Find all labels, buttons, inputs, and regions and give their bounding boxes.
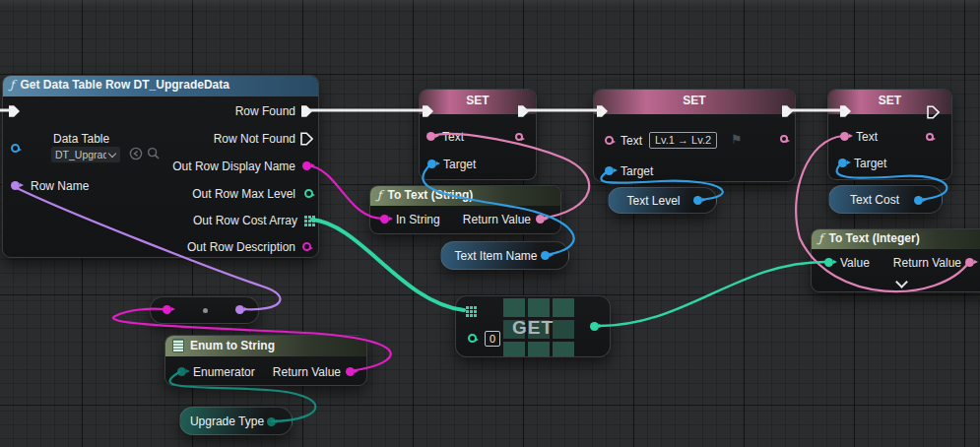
return-value-pin[interactable] <box>536 215 545 224</box>
node-var-text-cost[interactable]: Text Cost <box>828 185 943 214</box>
conversion-dot-icon <box>203 308 208 313</box>
node-header: Enum to String <box>165 336 366 356</box>
row-name-label: Row Name <box>31 179 89 193</box>
text-in-pin[interactable] <box>426 132 435 141</box>
target-pin[interactable] <box>838 159 847 167</box>
function-icon: ƒ <box>818 231 822 245</box>
text-label: Text <box>856 130 878 144</box>
text-in-pin[interactable] <box>840 132 849 141</box>
out-description-label: Out Row Description <box>187 240 295 254</box>
node-to-text-string[interactable]: ƒ To Text (String) In String Return Valu… <box>369 185 561 234</box>
function-icon: ƒ <box>377 188 381 202</box>
conversion-in-pin[interactable] <box>163 305 171 314</box>
expand-advanced-chevron-icon[interactable] <box>895 276 908 288</box>
return-value-label: Return Value <box>893 256 961 270</box>
node-get-data-table-row[interactable]: ƒ Get Data Table Row DT_UpgradeData Row … <box>2 75 319 258</box>
index-value-input[interactable]: 0 <box>485 331 500 347</box>
variable-label: Text Cost <box>835 193 914 207</box>
out-cost-array-pin[interactable] <box>304 216 315 226</box>
text-literal-input[interactable]: Lv.1 → Lv.2 <box>649 132 717 149</box>
node-header: ƒ To Text (String) <box>370 186 560 206</box>
out-display-name-pin[interactable] <box>302 161 311 170</box>
out-cost-array-label: Out Row Cost Array <box>193 214 297 227</box>
text-out-pin[interactable] <box>780 135 788 143</box>
get-title: GET <box>512 317 554 339</box>
node-header: ƒ Get Data Table Row DT_UpgradeData <box>3 76 318 96</box>
node-var-text-item-name[interactable]: Text Item Name <box>440 241 569 270</box>
node-set-text-level[interactable]: SET Text Lv.1 → Lv.2 ⚑ Target <box>593 89 796 182</box>
exec-in-pin[interactable] <box>596 104 609 118</box>
row-found-label: Row Found <box>235 104 295 118</box>
variable-out-pin[interactable] <box>267 417 276 426</box>
row-not-found-label: Row Not Found <box>214 132 295 146</box>
in-string-label: In String <box>396 213 440 226</box>
conversion-out-pin[interactable] <box>235 305 244 314</box>
chevron-down-icon <box>108 149 116 157</box>
row-found-exec-pin[interactable] <box>300 104 313 118</box>
text-label: Text <box>442 130 464 144</box>
localization-flag-icon[interactable]: ⚑ <box>731 133 743 147</box>
enum-asset-icon <box>172 339 184 352</box>
text-label: Text <box>621 134 642 148</box>
return-value-pin[interactable] <box>965 258 974 267</box>
node-var-upgrade-type[interactable]: Upgrade Type <box>179 407 293 435</box>
array-in-pin[interactable] <box>466 306 477 317</box>
variable-out-pin[interactable] <box>693 196 702 205</box>
out-description-pin[interactable] <box>302 242 311 251</box>
browse-to-asset-icon[interactable] <box>129 147 143 160</box>
exec-in-pin[interactable] <box>839 104 852 118</box>
node-title: Get Data Table Row DT_UpgradeData <box>20 78 229 92</box>
target-pin[interactable] <box>605 166 614 175</box>
data-table-dropdown-value: DT_UpgradeData <box>55 149 106 160</box>
exec-out-pin[interactable] <box>517 104 530 118</box>
exec-in-pin[interactable] <box>8 104 21 118</box>
target-label: Target <box>854 157 886 170</box>
node-array-get[interactable]: GET 0 <box>455 295 611 357</box>
node-enum-to-string[interactable]: Enum to String Enumerator Return Value <box>164 335 367 386</box>
variable-label: Upgrade Type <box>186 415 268 428</box>
node-title: SET <box>594 94 795 107</box>
text-out-pin[interactable] <box>926 133 934 141</box>
exec-in-pin[interactable] <box>422 104 434 118</box>
node-to-text-integer[interactable]: ƒ To Text (Integer) Value Return Value <box>811 228 980 292</box>
row-name-pin[interactable] <box>11 181 20 190</box>
node-title: Enum to String <box>190 339 275 352</box>
variable-out-pin[interactable] <box>914 196 923 205</box>
blueprint-graph-canvas[interactable]: ƒ Get Data Table Row DT_UpgradeData Row … <box>0 0 980 447</box>
out-max-level-pin[interactable] <box>304 189 313 198</box>
value-pin[interactable] <box>824 258 833 267</box>
index-pin[interactable] <box>468 334 477 343</box>
enumerator-label: Enumerator <box>193 365 255 379</box>
row-not-found-exec-pin[interactable] <box>300 132 313 146</box>
exec-out-pin[interactable] <box>781 104 794 118</box>
data-table-pin[interactable] <box>11 144 20 153</box>
return-value-pin[interactable] <box>346 367 355 376</box>
node-string-to-name-conversion[interactable] <box>150 296 259 324</box>
value-label: Value <box>840 256 870 270</box>
variable-label: Text Level <box>615 194 692 208</box>
exec-out-pin[interactable] <box>927 105 940 119</box>
out-display-name-label: Out Row Display Name <box>172 160 295 173</box>
target-pin[interactable] <box>427 160 436 168</box>
function-icon: ƒ <box>10 78 14 92</box>
node-set-text-item-name[interactable]: SET Text Target <box>419 89 537 180</box>
element-out-pin[interactable] <box>590 322 599 331</box>
node-var-text-level[interactable]: Text Level <box>608 187 717 214</box>
node-title: To Text (String) <box>387 188 473 202</box>
wire-int-getout-value[interactable] <box>595 262 825 326</box>
text-out-pin[interactable] <box>515 133 523 141</box>
enumerator-pin[interactable] <box>177 367 186 376</box>
node-set-text-cost[interactable]: SET Text Target <box>827 89 952 180</box>
node-header: ƒ To Text (Integer) <box>812 229 980 249</box>
return-value-label: Return Value <box>463 213 531 226</box>
variable-out-pin[interactable] <box>541 251 550 260</box>
variable-label: Text Item Name <box>449 249 543 263</box>
in-string-pin[interactable] <box>380 215 389 224</box>
data-table-label: Data Table <box>53 132 109 146</box>
return-value-label: Return Value <box>273 365 341 379</box>
text-in-pin[interactable] <box>605 136 614 145</box>
target-label: Target <box>443 158 476 171</box>
node-title: To Text (Integer) <box>828 231 919 245</box>
search-icon[interactable] <box>147 147 161 160</box>
data-table-dropdown[interactable]: DT_UpgradeData <box>50 146 121 163</box>
